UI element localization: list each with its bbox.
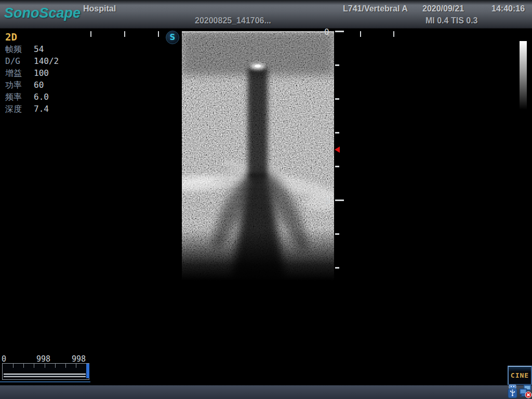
cine-scrollbar[interactable] xyxy=(2,363,89,380)
param-value: 60 xyxy=(34,80,44,90)
cine-start-count: 0 xyxy=(2,354,6,364)
cine-tick xyxy=(76,364,76,368)
depth-ruler-tick xyxy=(335,166,339,167)
cine-thumb[interactable] xyxy=(86,364,89,378)
depth-ruler-tick xyxy=(335,267,339,269)
param-row-frequency: 频率 6.0 xyxy=(5,92,83,104)
ultrasound-screen: SonoScape Hospital L741/Vertebral A 2020… xyxy=(0,0,532,399)
sonoscape-logo: SonoScape xyxy=(4,5,81,21)
grayscale-map-bar xyxy=(520,41,527,110)
hospital-name: Hospital xyxy=(83,4,116,14)
cine-end-count: 998 xyxy=(72,354,86,364)
depth-ruler-tick xyxy=(335,233,339,235)
width-ruler-tick xyxy=(90,31,91,37)
taskbar xyxy=(0,385,532,399)
depth-ruler-tick xyxy=(335,132,339,134)
param-label: 增益 xyxy=(5,68,22,79)
param-value: 54 xyxy=(34,44,44,54)
mode-label: 2D xyxy=(5,31,17,43)
focus-position-marker[interactable] xyxy=(335,147,340,153)
probe-orientation-marker: S xyxy=(166,31,179,44)
depth-ruler-five: 5 xyxy=(326,196,331,206)
cine-tick xyxy=(34,364,34,368)
param-row-dg: D/G 140/2 xyxy=(5,56,83,68)
cine-mid-count: 998 xyxy=(36,354,50,364)
cine-tick xyxy=(55,364,56,368)
param-label: D/G xyxy=(5,56,20,66)
cine-status-label: CINE xyxy=(511,371,529,379)
cine-tick xyxy=(13,364,14,368)
usb-device-icon[interactable] xyxy=(507,384,518,398)
cine-bar-underline xyxy=(0,381,90,382)
param-row-power: 功率 60 xyxy=(5,80,83,92)
depth-ruler-tick xyxy=(335,98,339,100)
param-label: 深度 xyxy=(5,104,22,115)
cine-status-window[interactable]: CINE xyxy=(508,366,532,385)
width-ruler-tick xyxy=(360,31,361,37)
probe-preset: L741/Vertebral A xyxy=(343,4,408,14)
exam-date: 2020/09/21 xyxy=(422,4,464,14)
param-label: 频率 xyxy=(5,92,22,103)
header-bar: SonoScape Hospital L741/Vertebral A 2020… xyxy=(0,0,532,29)
cine-track[interactable] xyxy=(4,374,86,377)
depth-ruler-tick xyxy=(335,64,339,66)
param-row-gain: 增益 100 xyxy=(5,68,83,80)
param-value: 7.4 xyxy=(34,104,49,114)
orientation-letter: S xyxy=(170,33,176,42)
depth-ruler-zero: 0 xyxy=(324,27,329,37)
ultrasound-image[interactable] xyxy=(182,31,334,281)
param-value: 100 xyxy=(34,68,49,78)
cine-tick xyxy=(23,364,24,368)
param-value: 6.0 xyxy=(34,92,49,102)
width-ruler-tick xyxy=(124,31,125,37)
clock: 14:40:16 xyxy=(491,4,525,14)
depth-ruler-tick-major xyxy=(335,200,344,201)
param-row-framerate: 帧频 54 xyxy=(5,44,83,56)
cine-tick xyxy=(65,364,66,368)
param-label: 帧频 xyxy=(5,44,22,55)
width-ruler-tick xyxy=(393,31,394,37)
network-status-icon[interactable] xyxy=(519,384,532,398)
param-label: 功率 xyxy=(5,80,22,91)
width-ruler-tick xyxy=(158,31,159,37)
depth-ruler-tick-major xyxy=(335,31,344,32)
param-value: 140/2 xyxy=(34,56,59,66)
acoustic-indices: MI 0.4 TIS 0.3 xyxy=(425,16,477,25)
study-id: 20200825_141706... xyxy=(195,16,271,25)
param-row-depth: 深度 7.4 xyxy=(5,104,83,116)
cine-tick xyxy=(45,364,45,368)
